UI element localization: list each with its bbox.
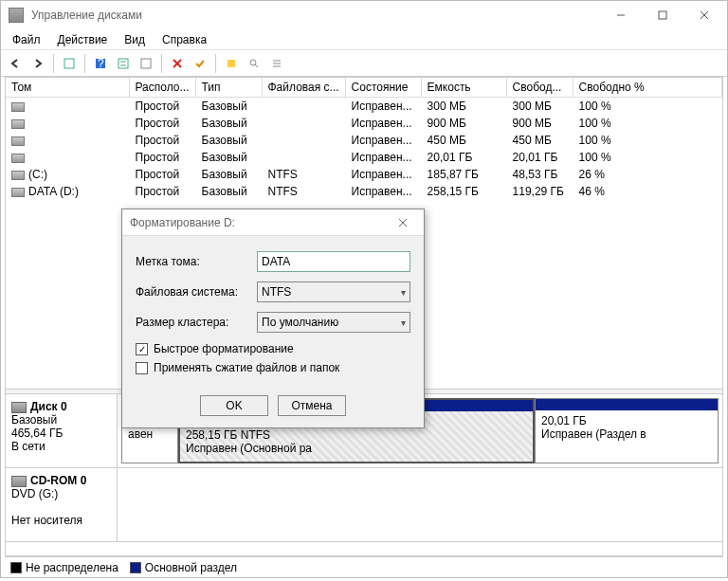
disk-row-1: CD-ROM 0 DVD (G:) Нет носителя (6, 468, 722, 542)
toolbar: ? (1, 50, 727, 77)
dialog-titlebar[interactable]: Форматирование D: (122, 209, 424, 236)
col-status[interactable]: Состояние (345, 78, 421, 98)
menu-help[interactable]: Справка (155, 31, 214, 48)
legend-primary: Основной раздел (130, 561, 237, 574)
settings-button[interactable] (113, 53, 134, 74)
col-fs[interactable]: Файловая с... (262, 78, 345, 98)
table-row[interactable]: ПростойБазовыйИсправен...900 МБ900 МБ100… (6, 115, 722, 132)
app-icon (9, 8, 24, 23)
cancel-button[interactable]: Отмена (278, 395, 346, 416)
svg-line-15 (255, 64, 258, 67)
compress-label: Применять сжатие файлов и папок (154, 361, 339, 374)
label-cluster: Размер кластера: (136, 316, 257, 329)
cdrom-icon (11, 476, 27, 487)
check-button[interactable] (190, 53, 210, 74)
menu-view[interactable]: Вид (117, 31, 153, 48)
quick-format-label: Быстрое форматирование (154, 342, 294, 355)
svg-rect-10 (141, 59, 151, 68)
table-row[interactable]: ПростойБазовыйИсправен...300 МБ300 МБ100… (6, 98, 722, 116)
col-freepct[interactable]: Свободно % (573, 78, 721, 98)
list-button[interactable] (266, 53, 287, 74)
new-button[interactable] (221, 53, 242, 74)
col-layout[interactable]: Располо... (129, 78, 195, 98)
window-title: Управление дисками (31, 9, 600, 22)
table-row[interactable]: ПростойБазовыйИсправен...20,01 ГБ20,01 Г… (6, 149, 722, 166)
label-filesystem: Файловая система: (136, 285, 257, 299)
dialog-close-button[interactable] (390, 209, 416, 236)
disk-info-0[interactable]: Диск 0 Базовый 465,64 ГБ В сети (6, 394, 118, 467)
ok-button[interactable]: OK (200, 395, 268, 416)
menu-file[interactable]: Файл (5, 31, 48, 48)
help-button[interactable]: ? (90, 53, 111, 74)
svg-rect-7 (118, 59, 128, 68)
svg-rect-13 (228, 60, 235, 67)
refresh-button[interactable] (136, 53, 156, 74)
col-free[interactable]: Свобод... (506, 78, 573, 98)
table-row[interactable]: DATA (D:)ПростойБазовыйNTFSИсправен...25… (6, 183, 722, 200)
back-button[interactable] (5, 53, 26, 74)
chevron-down-icon: ▾ (401, 287, 406, 298)
table-row[interactable]: ПростойБазовыйИсправен...450 МБ450 МБ100… (6, 132, 722, 149)
dialog-title: Форматирование D: (130, 216, 390, 229)
menubar: Файл Действие Вид Справка (1, 29, 727, 50)
filesystem-select[interactable]: NTFS▾ (257, 281, 410, 302)
titlebar: Управление дисками (1, 1, 727, 29)
chevron-down-icon: ▾ (401, 318, 406, 328)
minimize-button[interactable] (600, 1, 642, 29)
delete-button[interactable] (167, 53, 188, 74)
label-volume: Метка тома: (136, 255, 257, 268)
cluster-select[interactable]: По умолчанию▾ (257, 312, 410, 333)
view-button[interactable] (59, 53, 80, 74)
close-button[interactable] (683, 1, 725, 29)
svg-rect-4 (64, 59, 74, 68)
forward-button[interactable] (27, 53, 48, 74)
format-dialog: Форматирование D: Метка тома: Файловая с… (121, 209, 425, 428)
col-volume[interactable]: Том (6, 78, 129, 98)
table-row[interactable]: (C:)ПростойБазовыйNTFSИсправен...185,87 … (6, 166, 722, 183)
menu-action[interactable]: Действие (50, 31, 116, 48)
maximize-button[interactable] (642, 1, 683, 29)
svg-text:?: ? (98, 58, 104, 69)
col-type[interactable]: Тип (195, 78, 262, 98)
statusbar: Не распределена Основной раздел (5, 556, 723, 577)
partition-recovery[interactable]: 20,01 ГБ Исправен (Раздел в (535, 398, 719, 463)
svg-rect-1 (659, 11, 666, 19)
disk-icon (11, 402, 27, 413)
scan-button[interactable] (244, 53, 264, 74)
quick-format-checkbox[interactable]: ✓ (136, 343, 148, 355)
col-capacity[interactable]: Емкость (421, 78, 506, 98)
disk-info-1[interactable]: CD-ROM 0 DVD (G:) Нет носителя (6, 468, 118, 541)
compress-checkbox[interactable] (136, 362, 148, 374)
legend-unallocated: Не распределена (10, 561, 118, 574)
volume-label-input[interactable] (257, 251, 410, 272)
